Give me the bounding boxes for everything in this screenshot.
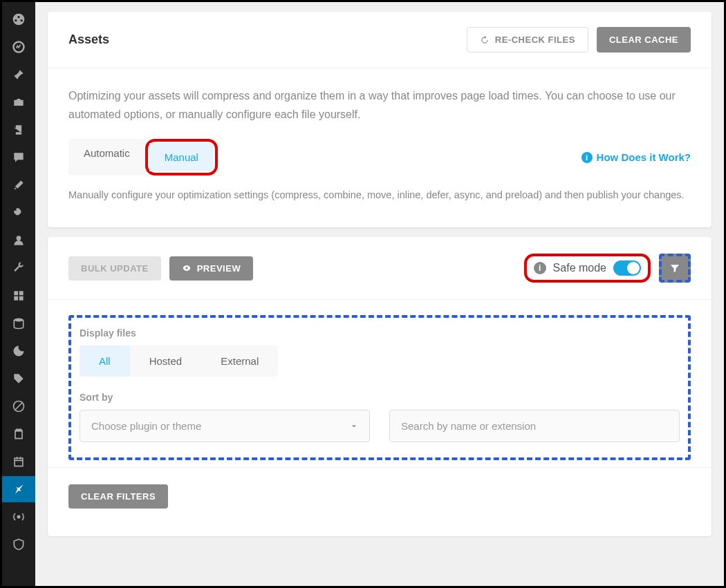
safe-mode-highlight: i Safe mode (524, 254, 651, 283)
tab-manual[interactable]: Manual (149, 143, 214, 171)
search-box (389, 410, 680, 442)
sidebar-grid-icon[interactable] (2, 283, 35, 309)
pill-hosted[interactable]: Hosted (130, 345, 202, 377)
sidebar-plugin-icon[interactable] (2, 200, 35, 226)
svg-point-3 (17, 515, 21, 519)
sidebar-hummingbird-icon[interactable] (2, 476, 35, 502)
controls-card: BULK UPDATE PREVIEW i Safe mode Disp (48, 237, 711, 536)
sidebar-moon-icon[interactable] (2, 338, 35, 364)
svg-point-1 (14, 319, 23, 322)
recheck-files-button[interactable]: RE-CHECK FILES (467, 27, 588, 53)
sidebar-calendar-icon[interactable] (2, 448, 35, 475)
display-files-label: Display files (80, 328, 680, 339)
assets-card: Assets RE-CHECK FILES CLEAR CACHE Optimi… (48, 12, 711, 227)
info-icon: i (581, 152, 593, 163)
controls-left: BULK UPDATE PREVIEW (68, 256, 253, 281)
tab-row: Automatic Manual i How Does it Work? (68, 139, 691, 176)
sidebar-slash-icon[interactable] (2, 393, 35, 419)
clear-section: CLEAR FILTERS (48, 467, 711, 536)
eye-icon (182, 263, 192, 273)
filter-panel: Display files All Hosted External Sort b… (68, 315, 691, 460)
clear-filters-button[interactable]: CLEAR FILTERS (68, 484, 168, 509)
sort-by-label: Sort by (80, 392, 370, 403)
display-files-pills: All Hosted External (80, 345, 680, 377)
filter-row: Sort by Choose plugin or theme (80, 392, 680, 442)
card-header: Assets RE-CHECK FILES CLEAR CACHE (48, 12, 711, 68)
search-input[interactable] (401, 420, 668, 432)
plugin-theme-select[interactable]: Choose plugin or theme (80, 410, 370, 442)
admin-sidebar (2, 2, 35, 586)
sidebar-database-icon[interactable] (2, 310, 35, 336)
preview-button[interactable]: PREVIEW (169, 256, 253, 281)
how-does-it-work-link[interactable]: i How Does it Work? (581, 151, 691, 163)
bulk-update-button[interactable]: BULK UPDATE (68, 256, 161, 281)
sort-column: Sort by Choose plugin or theme (80, 392, 370, 442)
safe-mode-label: Safe mode (553, 262, 606, 274)
mode-tabs: Automatic Manual (68, 139, 218, 176)
sidebar-copy-icon[interactable] (2, 117, 35, 143)
filter-button[interactable] (659, 254, 691, 283)
pill-external[interactable]: External (201, 345, 278, 377)
info-icon: i (534, 262, 546, 274)
sidebar-shield-icon[interactable] (2, 531, 35, 558)
clear-cache-button[interactable]: CLEAR CACHE (597, 27, 691, 53)
tab-automatic[interactable]: Automatic (68, 139, 145, 176)
controls-right: i Safe mode (524, 254, 691, 283)
header-buttons: RE-CHECK FILES CLEAR CACHE (467, 27, 691, 53)
manual-description: Manually configure your optimization set… (68, 187, 691, 204)
sidebar-circle-icon[interactable] (2, 34, 35, 60)
sidebar-dashboard-icon[interactable] (2, 6, 35, 32)
sidebar-brush-icon[interactable] (2, 172, 35, 198)
page-title: Assets (68, 32, 109, 47)
sidebar-clipboard-icon[interactable] (2, 421, 35, 447)
sidebar-briefcase-icon[interactable] (2, 89, 35, 115)
filter-icon (669, 263, 680, 274)
description-text: Optimizing your assets will compress and… (68, 86, 691, 124)
sidebar-comment-icon[interactable] (2, 144, 35, 171)
sidebar-tag-icon[interactable] (2, 366, 35, 392)
safe-mode-toggle[interactable] (613, 260, 641, 276)
controls-header: BULK UPDATE PREVIEW i Safe mode (48, 237, 711, 300)
refresh-icon (480, 35, 490, 45)
sidebar-user-icon[interactable] (2, 227, 35, 254)
main-content: Assets RE-CHECK FILES CLEAR CACHE Optimi… (35, 2, 724, 586)
manual-tab-highlight: Manual (145, 139, 218, 176)
pill-all[interactable]: All (80, 345, 130, 377)
sidebar-wrench-icon[interactable] (2, 255, 35, 281)
chevron-down-icon (350, 422, 358, 430)
search-spacer (389, 392, 680, 403)
search-column (389, 392, 680, 442)
sidebar-broadcast-icon[interactable] (2, 504, 35, 530)
sidebar-pin-icon[interactable] (2, 61, 35, 88)
card-body: Optimizing your assets will compress and… (48, 68, 711, 227)
